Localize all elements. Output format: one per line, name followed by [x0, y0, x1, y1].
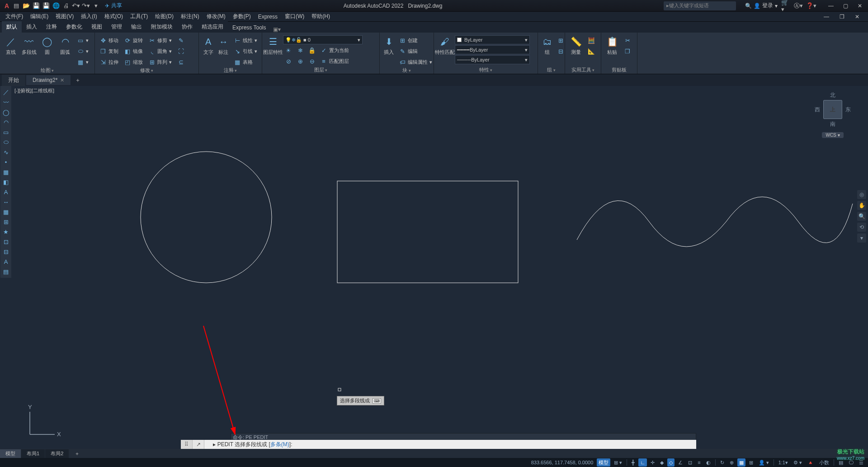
- text-button[interactable]: A文字: [202, 33, 215, 56]
- viewport-label[interactable]: [-][俯视][二维线框]: [14, 87, 55, 95]
- wcs-badge[interactable]: WCS ▾: [822, 132, 843, 138]
- ribbon-tab-featured[interactable]: 精选应用: [197, 21, 228, 33]
- cmd-handle-icon[interactable]: ⠿: [181, 440, 193, 449]
- compass-e[interactable]: 东: [845, 106, 851, 114]
- tool-text-icon[interactable]: A: [1, 187, 10, 196]
- compass-s[interactable]: 南: [830, 120, 835, 128]
- tool-more1-icon[interactable]: ⊞: [1, 217, 10, 226]
- tool-ellipse-icon[interactable]: ⬭: [1, 138, 10, 147]
- dim-button[interactable]: ↔标注: [217, 33, 231, 56]
- menu-param[interactable]: 参数(P): [229, 12, 255, 21]
- ribbon-overflow-icon[interactable]: ▣▾: [273, 26, 281, 33]
- tool-line-icon[interactable]: ／: [1, 88, 10, 97]
- panel-clipboard-title[interactable]: 剪贴板: [604, 67, 634, 74]
- table-button[interactable]: ▦表格: [232, 57, 259, 67]
- menu-express[interactable]: Express: [255, 13, 281, 21]
- plot-icon[interactable]: 🖨: [61, 1, 71, 10]
- units-display[interactable]: 小数: [817, 458, 831, 467]
- grid-toggle-icon[interactable]: ⊞ ▾: [612, 458, 624, 467]
- status-coords[interactable]: 833.6566, 117.7458, 0.0000: [529, 458, 595, 467]
- linetype-select[interactable]: ──── ByLayer▾: [455, 55, 530, 64]
- search-input[interactable]: ▸ 键入关键字或短语: [664, 1, 736, 10]
- osnap-toggle-icon[interactable]: ◇: [667, 458, 675, 467]
- compass-n[interactable]: 北: [830, 91, 835, 99]
- fillet-button[interactable]: ◟圆角▾: [146, 46, 174, 56]
- close-tab-icon[interactable]: ✕: [60, 77, 64, 83]
- tool-more2-icon[interactable]: ★: [1, 227, 10, 236]
- cycle-icon[interactable]: ↻: [718, 458, 726, 467]
- ribbon-tab-param[interactable]: 参数化: [61, 21, 87, 33]
- snap-toggle-icon[interactable]: ╋: [630, 458, 637, 467]
- panel-modify-title[interactable]: 修改: [98, 67, 196, 74]
- file-tab-drawing2[interactable]: Drawing2* ✕: [26, 75, 71, 85]
- tool-hatch-icon[interactable]: ▦: [1, 167, 10, 176]
- move-button[interactable]: ✥移动: [98, 35, 120, 45]
- menu-help[interactable]: 帮助(H): [308, 12, 334, 21]
- rect-button[interactable]: ▭▾: [75, 35, 90, 45]
- polar-toggle-icon[interactable]: ✛: [649, 458, 656, 467]
- paste-button[interactable]: 📋粘贴: [604, 33, 620, 56]
- tool-pline-icon[interactable]: 〰: [1, 98, 10, 107]
- file-tab-start[interactable]: 开始: [2, 75, 25, 86]
- tool-more4-icon[interactable]: ⊟: [1, 247, 10, 256]
- drawn-circle[interactable]: [141, 152, 272, 283]
- scale-button[interactable]: ◰缩放: [122, 57, 145, 67]
- nav-zoom-icon[interactable]: 🔍: [857, 212, 866, 221]
- circle-button[interactable]: ◯圆: [39, 33, 55, 56]
- layer-tool-4[interactable]: ⊘: [283, 56, 294, 66]
- close-button[interactable]: ✕: [854, 1, 866, 10]
- group-tool2[interactable]: ⊟: [555, 46, 566, 56]
- polyline-button[interactable]: 〰多段线: [21, 33, 37, 56]
- layout-tab-layout1[interactable]: 布局1: [21, 449, 45, 458]
- block-create[interactable]: ⊞创建: [397, 35, 434, 45]
- help-icon[interactable]: ❓▾: [807, 1, 816, 10]
- menu-draw[interactable]: 绘图(D): [151, 12, 177, 21]
- ribbon-tab-insert[interactable]: 插入: [22, 21, 42, 33]
- tool-point-icon[interactable]: •: [1, 157, 10, 167]
- explode-button[interactable]: ⛶: [175, 46, 186, 56]
- web-open-icon[interactable]: 🌐: [52, 1, 61, 10]
- block-attr[interactable]: 🏷编辑属性▾: [397, 57, 434, 67]
- leader-button[interactable]: ↘引线▾: [232, 46, 259, 56]
- hatch-button[interactable]: ▦▾: [75, 57, 90, 67]
- viewcube-top[interactable]: 上: [823, 100, 842, 119]
- copy-clip-button[interactable]: ❐: [622, 46, 633, 56]
- doc-minimize-button[interactable]: —: [820, 12, 833, 21]
- iso-toggle-icon[interactable]: ◆: [658, 458, 665, 467]
- tool-more3-icon[interactable]: ⊡: [1, 237, 10, 246]
- erase-button[interactable]: ✎: [175, 35, 186, 45]
- ribbon-tab-output[interactable]: 输出: [127, 21, 146, 33]
- tool-table-icon[interactable]: ▦: [1, 207, 10, 216]
- compass-w[interactable]: 西: [815, 106, 820, 114]
- menu-tools[interactable]: 工具(T): [127, 12, 151, 21]
- menu-dim[interactable]: 标注(N): [177, 12, 203, 21]
- layer-props-button[interactable]: ☰图层特性: [265, 33, 281, 56]
- prop-match-button[interactable]: 🖌特性匹配: [437, 33, 453, 56]
- stretch-button[interactable]: ⇲拉伸: [98, 57, 120, 67]
- maximize-button[interactable]: ▢: [839, 1, 852, 10]
- ribbon-tab-addon[interactable]: 附加模块: [146, 21, 177, 33]
- cmd-prompt-icon[interactable]: ↗: [193, 440, 204, 449]
- util-1[interactable]: 🧮: [586, 35, 597, 45]
- gear-icon[interactable]: ⚙ ▾: [792, 458, 804, 467]
- new-icon[interactable]: ▤: [12, 1, 21, 10]
- ribbon-tab-collab[interactable]: 协作: [177, 21, 197, 33]
- array-button[interactable]: ⊞阵列▾: [146, 57, 174, 67]
- panel-groups-title[interactable]: 组: [541, 67, 562, 74]
- mirror-button[interactable]: ◧镜像: [122, 46, 145, 56]
- nav-pan-icon[interactable]: ✋: [857, 201, 866, 210]
- new-tab-button[interactable]: ＋: [71, 75, 84, 86]
- dropdown-icon[interactable]: ▾: [91, 1, 100, 10]
- tool-text2-icon[interactable]: A: [1, 257, 10, 266]
- panel-layers-title[interactable]: 图层: [265, 67, 377, 74]
- redo-icon[interactable]: ↷▾: [81, 1, 90, 10]
- menu-insert[interactable]: 插入(I): [77, 12, 100, 21]
- layout-tab-add[interactable]: ＋: [69, 449, 85, 458]
- ribbon-tab-annotate[interactable]: 注释: [42, 21, 61, 33]
- menu-view[interactable]: 视图(V): [52, 12, 77, 21]
- measure-button[interactable]: 📏测量: [568, 33, 584, 56]
- menu-file[interactable]: 文件(F): [2, 12, 27, 21]
- group-tool1[interactable]: ⊞: [555, 35, 566, 45]
- layout-tab-model[interactable]: 模型: [0, 449, 21, 458]
- doc-close-button[interactable]: ✕: [851, 12, 863, 21]
